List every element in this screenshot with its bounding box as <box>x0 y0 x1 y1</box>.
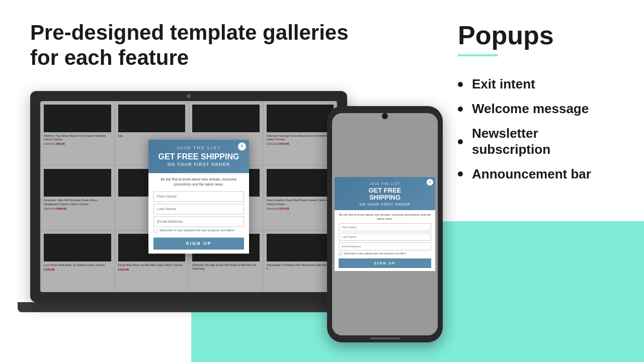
popup-subscribe-checkbox[interactable] <box>153 229 157 233</box>
popup-body: Be the first to know about new arrivals,… <box>148 173 249 254</box>
phone-popup-close[interactable]: × <box>427 179 433 186</box>
popup-close-button[interactable]: × <box>238 142 246 150</box>
product-item: Low Divan Bed Base on Glides Fabric Choi… <box>40 230 115 292</box>
bullet-dot <box>458 107 463 112</box>
phone-last-name-input[interactable] <box>339 233 431 241</box>
list-item-label: Welcome message <box>472 101 589 117</box>
phone-signup-button[interactable]: SIGN UP <box>339 258 431 268</box>
bullet-dot <box>458 82 463 87</box>
product-item: Adjustable 5 Position Flex Bed Base with… <box>263 230 338 292</box>
phone-popup-overlay: × JOIN THE LIST GET FREESHIPPING ON YOUR… <box>332 113 438 335</box>
phone-camera <box>382 113 388 119</box>
phone-popup-join: JOIN THE LIST <box>339 182 431 186</box>
laptop-base <box>18 302 360 312</box>
phone-popup-subheadline: ON YOUR FIRST ORDER <box>339 203 431 206</box>
phone-checkbox-label: Subscribe to stay updated with new produ… <box>344 252 406 255</box>
product-item: Grandeur Side Lift Ottoman Divan Base - … <box>40 165 115 230</box>
page-title: Pre-designed template galleries for each… <box>30 20 443 71</box>
phone-popup-headline: GET FREESHIPPING <box>339 187 431 202</box>
list-item-welcome: Welcome message <box>458 101 619 117</box>
phone-email-input[interactable] <box>339 242 431 250</box>
bullet-dot <box>458 171 463 176</box>
product-item: Faux Leather Divan Bed Base Drawer Optio… <box>263 165 338 230</box>
popup-subheadline: ON YOUR FIRST ORDER <box>153 162 244 167</box>
popup-last-name-input[interactable] <box>153 204 244 214</box>
left-section: Pre-designed template galleries for each… <box>0 0 443 362</box>
section-title: Popups <box>458 20 619 50</box>
popup-headline: GET FREE SHIPPING <box>153 152 244 161</box>
bullet-dot <box>458 139 463 144</box>
phone-popup-description: Be the first to know about new arrivals,… <box>339 213 431 221</box>
list-item-label: Newsletter subscription <box>472 126 619 157</box>
product-item: Platform Top Divan Base Only Drawer Opti… <box>40 101 115 166</box>
laptop-mockup: Platform Top Divan Base Only Drawer Opti… <box>30 91 347 322</box>
list-item-newsletter: Newsletter subscription <box>458 126 619 157</box>
popup-description: Be the first to know about new arrivals,… <box>153 177 244 188</box>
laptop-popup: × JOIN THE LIST GET FREE SHIPPING ON YOU… <box>148 139 249 253</box>
list-item-announcement: Announcement bar <box>458 166 619 182</box>
popup-first-name-input[interactable] <box>153 191 244 202</box>
popup-signup-button[interactable]: SIGN UP <box>153 237 244 249</box>
section-underline <box>458 54 498 56</box>
phone-first-name-input[interactable] <box>339 223 431 231</box>
list-item-label: Exit intent <box>472 76 535 92</box>
phone-checkbox-row: Subscribe to stay updated with new produ… <box>339 252 431 255</box>
phone-screen: × JOIN THE LIST GET FREESHIPPING ON YOUR… <box>332 113 438 335</box>
phone-home-bar <box>370 337 400 339</box>
list-item-exit-intent: Exit intent <box>458 76 619 92</box>
bullet-list: Exit intent Welcome message Newsletter s… <box>458 76 619 182</box>
popup-join-text: JOIN THE LIST <box>153 145 244 150</box>
phone-popup-body: Be the first to know about new arrivals,… <box>335 210 435 272</box>
list-item-label: Announcement bar <box>472 166 591 182</box>
phone-popup-inner: × JOIN THE LIST GET FREESHIPPING ON YOUR… <box>335 177 435 271</box>
laptop-screen: Platform Top Divan Base Only Drawer Opti… <box>40 101 337 292</box>
laptop-camera <box>187 94 191 98</box>
devices-container: Platform Top Divan Base Only Drawer Opti… <box>30 91 443 352</box>
popup-header: JOIN THE LIST GET FREE SHIPPING ON YOUR … <box>148 139 249 173</box>
phone-subscribe-checkbox[interactable] <box>339 252 342 255</box>
phone-mockup: × JOIN THE LIST GET FREESHIPPING ON YOUR… <box>327 106 443 352</box>
product-item: Ottoman Storage Divan Base (End Lift Ope… <box>263 101 338 166</box>
popup-checkbox-label: Subscribe to stay updated with new produ… <box>159 229 234 233</box>
right-section: Popups Exit intent Welcome message Newsl… <box>443 0 644 362</box>
popup-email-input[interactable] <box>153 216 244 227</box>
phone-popup-header: JOIN THE LIST GET FREESHIPPING ON YOUR F… <box>335 177 435 210</box>
popup-checkbox-row: Subscribe to stay updated with new produ… <box>153 229 244 233</box>
